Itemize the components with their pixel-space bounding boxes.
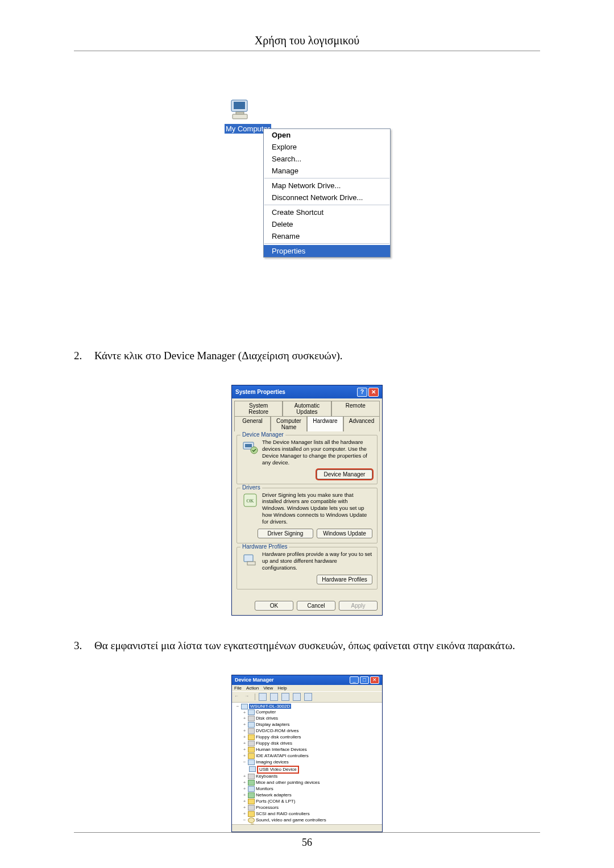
tab-advanced[interactable]: Advanced <box>343 416 380 431</box>
figure-context-menu: My Computer Open Explore Search... Manag… <box>225 97 389 315</box>
context-menu: Open Explore Search... Manage Map Networ… <box>263 128 391 258</box>
statusbar <box>232 824 382 832</box>
windows-update-button[interactable]: Windows Update <box>317 529 372 538</box>
context-menu-map-drive[interactable]: Map Network Drive... <box>264 180 390 192</box>
tree-item[interactable]: Ports (COM & LPT) <box>256 799 295 804</box>
toolbar-icon[interactable] <box>281 693 289 701</box>
footer-rule <box>74 832 540 833</box>
ok-button[interactable]: OK <box>255 601 293 610</box>
context-menu-disconnect-drive[interactable]: Disconnect Network Drive... <box>264 192 390 203</box>
tree-item[interactable]: Human Interface Devices <box>256 747 307 752</box>
tree-item[interactable]: Processors <box>256 805 279 810</box>
tab-general[interactable]: General <box>234 416 271 431</box>
group-text: Driver Signing lets you make sure that i… <box>262 492 372 525</box>
dialog-titlebar: System Properties ? ✕ <box>232 385 382 398</box>
tab-computer-name[interactable]: Computer Name <box>271 416 307 431</box>
back-icon[interactable]: ← <box>234 693 241 700</box>
minimize-icon[interactable]: _ <box>350 676 359 684</box>
context-menu-rename[interactable]: Rename <box>264 230 390 242</box>
group-title: Drivers <box>240 484 262 491</box>
context-menu-manage[interactable]: Manage <box>264 165 390 177</box>
group-hardware-profiles: Hardware Profiles Hardware profiles prov… <box>237 547 377 589</box>
tab-automatic-updates[interactable]: Automatic Updates <box>283 401 331 416</box>
svg-rect-5 <box>245 444 252 447</box>
menu-file[interactable]: File <box>234 686 242 691</box>
tabs: System Restore Automatic Updates Remote … <box>232 398 382 431</box>
tree-item[interactable]: Keyboards <box>256 774 277 779</box>
figure-device-manager: Device Manager _ □ ✕ File Action View He… <box>231 675 383 832</box>
context-menu-separator <box>264 178 389 178</box>
page-header: Χρήση του λογισμικού <box>74 34 540 51</box>
close-icon[interactable]: ✕ <box>370 676 379 684</box>
context-menu-explore[interactable]: Explore <box>264 141 390 153</box>
tab-remote[interactable]: Remote <box>331 401 380 416</box>
group-device-manager: Device Manager The Device Manager lists … <box>237 435 377 484</box>
tree-item[interactable]: Floppy disk controllers <box>256 734 301 740</box>
step-text: Κάντε κλικ στο Device Manager (Διαχείρισ… <box>94 350 540 362</box>
close-icon[interactable]: ✕ <box>368 388 379 397</box>
drivers-icon: OK <box>242 492 259 509</box>
tree-item[interactable]: Floppy disk drives <box>256 741 292 746</box>
toolbar-icon[interactable] <box>270 693 278 701</box>
toolbar: ← → <box>232 691 382 703</box>
window-titlebar: Device Manager _ □ ✕ <box>232 675 382 685</box>
svg-rect-3 <box>233 114 247 119</box>
tree-item[interactable]: Monitors <box>256 786 273 791</box>
menu-help[interactable]: Help <box>277 686 287 691</box>
device-tree: −WSUNIT-DL-3002D +Computer +Disk drives … <box>232 703 382 824</box>
forward-icon[interactable]: → <box>244 693 251 700</box>
menu-view[interactable]: View <box>263 686 273 691</box>
tree-item[interactable]: DVD/CD-ROM drives <box>256 728 299 733</box>
tree-item[interactable]: SCSI and RAID controllers <box>256 811 310 816</box>
context-menu-open[interactable]: Open <box>264 129 390 141</box>
cancel-button[interactable]: Cancel <box>297 601 335 610</box>
step-number: 3. <box>74 639 94 652</box>
apply-button[interactable]: Apply <box>339 601 377 610</box>
tree-item-usb-video[interactable]: USB Video Device <box>257 766 299 774</box>
device-manager-icon <box>242 439 259 456</box>
svg-text:OK: OK <box>247 498 254 504</box>
step-2: 2. Κάντε κλικ στο Device Manager (Διαχεί… <box>74 350 540 362</box>
step-number: 2. <box>74 350 94 362</box>
maximize-icon[interactable]: □ <box>360 676 369 684</box>
svg-rect-1 <box>234 102 245 109</box>
device-manager-button[interactable]: Device Manager <box>317 470 372 479</box>
group-drivers: Drivers OK Driver Signing lets you make … <box>237 488 377 543</box>
hardware-profiles-button[interactable]: Hardware Profiles <box>317 575 372 584</box>
group-title: Device Manager <box>240 431 285 438</box>
svg-rect-9 <box>244 555 253 562</box>
tree-item[interactable]: Disk drives <box>256 716 278 721</box>
tree-item[interactable]: Computer <box>256 710 276 715</box>
help-icon[interactable]: ? <box>357 388 367 397</box>
context-menu-properties[interactable]: Properties <box>264 245 390 257</box>
toolbar-icon[interactable] <box>293 693 301 701</box>
context-menu-search[interactable]: Search... <box>264 153 390 165</box>
context-menu-separator <box>264 243 389 244</box>
hardware-profiles-icon <box>242 551 259 568</box>
tab-hardware[interactable]: Hardware <box>307 416 343 431</box>
tree-item[interactable]: IDE ATA/ATAPI controllers <box>256 753 309 758</box>
context-menu-create-shortcut[interactable]: Create Shortcut <box>264 206 390 218</box>
menu-action[interactable]: Action <box>246 686 259 691</box>
tree-item[interactable]: Mice and other pointing devices <box>256 780 320 785</box>
context-menu-separator <box>264 205 389 205</box>
group-text: The Device Manager lists all the hardwar… <box>262 439 372 466</box>
svg-rect-10 <box>247 562 255 565</box>
dialog-title: System Properties <box>235 389 285 395</box>
step-text: Θα εμφανιστεί μια λίστα των εγκατεστημέν… <box>94 639 540 652</box>
tab-system-restore[interactable]: System Restore <box>234 401 283 416</box>
step-3: 3. Θα εμφανιστεί μια λίστα των εγκατεστη… <box>74 639 540 652</box>
tree-item[interactable]: Sound, video and game controllers <box>256 817 326 823</box>
tree-item[interactable]: Audio Codecs <box>257 824 285 824</box>
tree-root[interactable]: WSUNIT-DL-3002D <box>249 704 291 709</box>
toolbar-icon[interactable] <box>304 693 312 701</box>
tree-item[interactable]: Imaging devices <box>256 759 289 765</box>
tree-item[interactable]: Display adapters <box>256 722 290 727</box>
toolbar-icon[interactable] <box>259 693 267 701</box>
context-menu-delete[interactable]: Delete <box>264 218 390 230</box>
svg-point-6 <box>251 447 258 454</box>
page-number: 56 <box>0 837 614 849</box>
driver-signing-button[interactable]: Driver Signing <box>258 529 313 538</box>
window-title: Device Manager <box>235 677 274 683</box>
tree-item[interactable]: Network adapters <box>256 792 292 798</box>
